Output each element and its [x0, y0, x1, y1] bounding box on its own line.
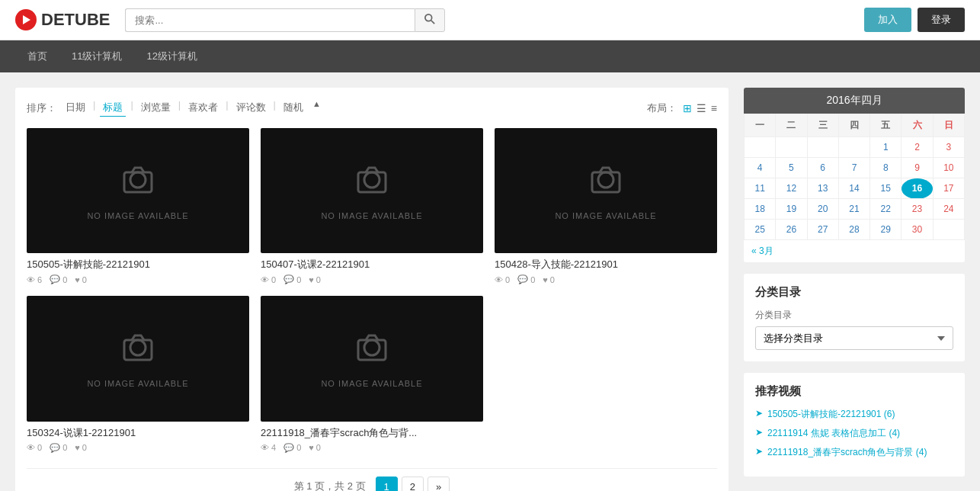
sidebar: 2016年四月 一 二 三 四 五 六 日 123456789101112131…: [744, 88, 965, 491]
nav-item-11[interactable]: 11级计算机: [59, 40, 134, 72]
no-image-label-3: NO IMAGE AVAILABLE: [555, 211, 656, 220]
join-button[interactable]: 加入: [864, 8, 911, 32]
logo[interactable]: DETUBE: [15, 9, 110, 30]
sort-title[interactable]: 标题: [100, 99, 126, 117]
arrow-icon-1: ➤: [755, 408, 763, 419]
views-3: 👁 0: [495, 274, 510, 284]
svg-point-11: [364, 340, 380, 355]
recommended-widget: 推荐视频 ➤ 150505-讲解技能-22121901 (6) ➤ 221119…: [744, 373, 965, 477]
recommended-item-2: ➤ 22111914 焦妮 表格信息加工 (4): [755, 427, 953, 440]
video-thumb-3: NO IMAGE AVAILABLE: [495, 128, 717, 253]
layout-icons: ⊞ ☰ ≡: [683, 102, 717, 114]
views-1: 👁 6: [27, 274, 42, 284]
video-thumb-2: NO IMAGE AVAILABLE: [261, 128, 483, 253]
content-wrapper: 排序： 日期 | 标题 | 浏览量 | 喜欢者 | 评论数 | 随机 ▲ 布局：…: [0, 72, 980, 491]
search-bar: [125, 8, 445, 32]
svg-point-1: [425, 14, 432, 21]
video-stats-2: 👁 0 💬 0 ♥ 0: [261, 274, 483, 284]
weekday-thu: 四: [838, 114, 870, 137]
svg-rect-6: [358, 172, 386, 192]
svg-point-7: [598, 172, 613, 188]
category-select[interactable]: 选择分类目录: [755, 326, 953, 350]
layout-label: 布局：: [647, 101, 677, 115]
nav: 首页 11级计算机 12级计算机: [0, 40, 980, 72]
video-grid: NO IMAGE AVAILABLE 150505-讲解技能-22121901 …: [27, 128, 717, 453]
recommended-link-1[interactable]: 150505-讲解技能-22121901 (6): [767, 408, 895, 421]
recommended-link-2[interactable]: 22111914 焦妮 表格信息加工 (4): [767, 427, 900, 440]
layout-grid-icon[interactable]: ⊞: [683, 102, 692, 114]
video-stats-5: 👁 4 💬 0 ♥ 0: [261, 443, 483, 453]
video-thumb-4: NO IMAGE AVAILABLE: [27, 296, 249, 421]
sort-label: 排序：: [27, 101, 56, 115]
video-title-4: 150324-说课1-22121901: [27, 426, 249, 440]
nav-item-12[interactable]: 12级计算机: [134, 40, 209, 72]
calendar-nav: « 3月: [744, 240, 965, 262]
sort-bar: 排序： 日期 | 标题 | 浏览量 | 喜欢者 | 评论数 | 随机 ▲ 布局：…: [27, 99, 717, 117]
weekday-fri: 五: [870, 114, 902, 137]
no-image-label-1: NO IMAGE AVAILABLE: [87, 211, 188, 220]
svg-marker-0: [23, 15, 30, 24]
video-card-2[interactable]: NO IMAGE AVAILABLE 150407-说课2-22121901 👁…: [261, 128, 483, 284]
sort-random[interactable]: 随机: [280, 99, 306, 117]
sort-likes[interactable]: 喜欢者: [185, 99, 221, 117]
svg-point-5: [364, 172, 380, 188]
page-2-button[interactable]: 2: [402, 477, 424, 492]
likes-3: ♥ 0: [543, 274, 555, 284]
svg-line-2: [431, 20, 434, 23]
calendar-header: 2016年四月: [744, 88, 965, 114]
recommended-item-3: ➤ 22111918_潘春宇scrach角色与背景 (4): [755, 446, 953, 459]
prev-month-link[interactable]: « 3月: [751, 246, 773, 256]
weekday-tue: 二: [776, 114, 807, 137]
video-card-4[interactable]: NO IMAGE AVAILABLE 150324-说课1-22121901 👁…: [27, 296, 249, 452]
page-info: 第 1 页，共 2 页: [294, 480, 366, 491]
category-label: 分类目录: [755, 309, 953, 322]
video-stats-4: 👁 0 💬 0 ♥ 0: [27, 443, 249, 453]
recommended-link-3[interactable]: 22111918_潘春宇scrach角色与背景 (4): [767, 446, 927, 459]
main-area: 排序： 日期 | 标题 | 浏览量 | 喜欢者 | 评论数 | 随机 ▲ 布局：…: [15, 88, 729, 491]
video-stats-3: 👁 0 💬 0 ♥ 0: [495, 274, 717, 284]
camera-icon-2: [354, 162, 390, 205]
no-image-label-5: NO IMAGE AVAILABLE: [321, 379, 422, 388]
sort-date[interactable]: 日期: [62, 99, 88, 117]
no-image-label-2: NO IMAGE AVAILABLE: [321, 211, 422, 220]
sort-views[interactable]: 浏览量: [138, 99, 174, 117]
weekday-sat: 六: [902, 114, 933, 137]
recommended-item-1: ➤ 150505-讲解技能-22121901 (6): [755, 408, 953, 421]
category-title: 分类目录: [755, 285, 953, 300]
login-button[interactable]: 登录: [918, 8, 965, 32]
nav-item-home[interactable]: 首页: [15, 40, 59, 72]
sort-options: 日期 | 标题 | 浏览量 | 喜欢者 | 评论数 | 随机 ▲: [62, 99, 647, 117]
layout-compact-icon[interactable]: ≡: [711, 102, 717, 114]
sort-comments[interactable]: 评论数: [233, 99, 269, 117]
video-title-1: 150505-讲解技能-22121901: [27, 258, 249, 271]
views-5: 👁 4: [261, 443, 276, 453]
views-4: 👁 0: [27, 443, 42, 453]
header: DETUBE 加入 登录: [0, 0, 980, 40]
search-input[interactable]: [125, 8, 415, 32]
video-title-5: 22111918_潘春宇scrach角色与背...: [261, 426, 483, 440]
likes-2: ♥ 0: [309, 274, 321, 284]
calendar-widget: 2016年四月 一 二 三 四 五 六 日 123456789101112131…: [744, 88, 965, 262]
svg-rect-10: [124, 340, 152, 360]
video-card-3[interactable]: NO IMAGE AVAILABLE 150428-导入技能-22121901 …: [495, 128, 717, 284]
page-next-button[interactable]: »: [428, 477, 450, 492]
video-card-5[interactable]: NO IMAGE AVAILABLE 22111918_潘春宇scrach角色与…: [261, 296, 483, 452]
recommended-title: 推荐视频: [755, 384, 953, 399]
logo-icon: [15, 9, 37, 30]
likes-4: ♥ 0: [75, 443, 87, 453]
category-widget: 分类目录 分类目录 选择分类目录: [744, 274, 965, 361]
search-button[interactable]: [415, 8, 445, 32]
logo-text: DETUBE: [41, 10, 110, 30]
svg-rect-12: [358, 340, 386, 360]
weekday-mon: 一: [745, 114, 776, 137]
video-title-2: 150407-说课2-22121901: [261, 258, 483, 271]
page-1-button[interactable]: 1: [376, 477, 398, 492]
video-title-3: 150428-导入技能-22121901: [495, 258, 717, 271]
sort-asc-icon: ▲: [312, 99, 321, 117]
calendar-table: 一 二 三 四 五 六 日 12345678910111213141516171…: [744, 114, 965, 240]
weekday-wed: 三: [807, 114, 838, 137]
layout-list-icon[interactable]: ☰: [697, 102, 706, 114]
video-card-1[interactable]: NO IMAGE AVAILABLE 150505-讲解技能-22121901 …: [27, 128, 249, 284]
comments-3: 💬 0: [517, 274, 535, 284]
svg-rect-4: [124, 172, 152, 192]
